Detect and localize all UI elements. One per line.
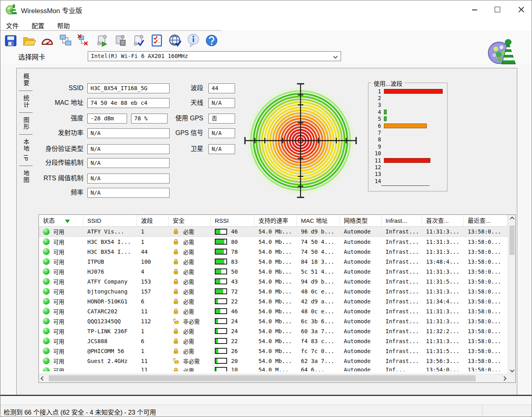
check-log-icon[interactable] [131, 33, 146, 48]
cell-status: 可用 [39, 288, 83, 295]
table-row[interactable]: 可用Guest_2.4GHz11非必需2054.0 Mb...62 3a 7..… [39, 356, 508, 366]
channel-label: 6 [371, 123, 381, 129]
status-text: 检测到 66 个接入点 (62 安全 - 4 未知安全) - 23 个可用 [4, 407, 156, 417]
open-icon[interactable] [22, 33, 36, 48]
field-label: GPS 信号 [148, 128, 203, 138]
cell-status: 可用 [39, 367, 83, 371]
status-bar: 检测到 66 个接入点 (62 安全 - 4 未知安全) - 23 个可用 [0, 405, 532, 417]
channel-row: 14 [371, 178, 445, 184]
rssi-bar-fill [216, 279, 220, 284]
maximize-button[interactable] [487, 0, 508, 19]
web-check-icon[interactable] [168, 33, 182, 48]
menu-config[interactable]: 配置 [26, 19, 50, 32]
menu-file[interactable]: 文件 [0, 19, 24, 32]
network-icon[interactable] [58, 33, 73, 48]
rssi-bar-fill [216, 239, 224, 244]
field-label: 波段 [148, 83, 203, 93]
cell-band: 44 [137, 249, 169, 255]
table-row[interactable]: 可用ATFY Company153必需4354.0 Mb...94 d9 b..… [39, 276, 508, 286]
table-row[interactable]: 可用@PHICOMM_561必需2654.0 Mb...fc 7c 0...Au… [39, 346, 508, 356]
window-title: WirelessMon 专业版 [21, 5, 82, 15]
cell-security: 必需 [169, 337, 211, 345]
cell-rate: 54.0 Mb... [254, 239, 297, 245]
table-row[interactable]: 可用H3C_BX54_I...1必需8054.0 Mb...74 50 4...… [39, 237, 508, 247]
cell-last: 13:58:0... [464, 298, 508, 305]
table-row[interactable]: 可用TP-LINK_236F1必需2454.0 Mb...60 3a 7...A… [39, 326, 508, 336]
cell-infra: Infrast... [382, 308, 422, 315]
field-label: 身份验证类型 [17, 144, 83, 154]
close-button[interactable] [508, 0, 528, 19]
cell-status: 可用 [39, 317, 83, 325]
status-separator [482, 406, 482, 417]
lock-icon [173, 367, 179, 371]
info-icon[interactable] [186, 33, 200, 48]
cell-security: 必需 [169, 228, 211, 236]
column-header-mac[interactable]: MAC 地址 [297, 215, 340, 226]
field-label: 分段传输机制 [17, 158, 83, 168]
cell-status: 可用 [39, 307, 83, 315]
menu-help[interactable]: 帮助 [52, 19, 75, 32]
column-header-band[interactable]: 波段 [137, 215, 169, 226]
adapter-row: 选择网卡 Intel(R) Wi-Fi 6 AX201 160MHz [0, 50, 532, 64]
field-label: 频率 [17, 188, 83, 197]
field-label: 使用 GPS [148, 114, 203, 123]
table-row[interactable]: 可用HONOR-510KG16必需2254.0 Mb...42 d9 a...A… [39, 296, 508, 306]
cell-net: Automode [340, 298, 382, 305]
scroll-left-button[interactable] [39, 375, 46, 382]
table-row[interactable]: 可用QQQ12345QQ112非必需2454.0 Mb...6c 3b 6...… [39, 316, 508, 326]
cell-security: 必需 [169, 367, 211, 371]
vertical-scroll-thumb[interactable] [509, 226, 515, 255]
status-available-icon [43, 367, 50, 372]
table-row[interactable]: 可用HJ0764必需5054.0 Mb...5c 51 4...Automode… [39, 266, 508, 276]
table-row[interactable]: 可用bjtongchuang157必需7254.0 Mb...48 0c e..… [39, 286, 508, 296]
rssi-bar-fill [216, 259, 224, 264]
cell-security: 必需 [169, 258, 211, 266]
field-label: MAC 地址 [17, 98, 83, 108]
cell-first: 11:31:3... [422, 288, 464, 295]
cell-last: 13:58:0... [464, 239, 508, 245]
rssi-bar [215, 298, 227, 304]
cell-status: 可用 [39, 357, 83, 365]
disconnect-icon[interactable] [77, 33, 91, 48]
vertical-scrollbar[interactable] [508, 215, 515, 374]
scroll-right-button[interactable] [500, 375, 508, 382]
column-header-status[interactable]: 状态 [39, 215, 83, 226]
adapter-select[interactable]: Intel(R) Wi-Fi 6 AX201 160MHz [88, 51, 341, 61]
minimize-button[interactable] [464, 0, 485, 19]
help-icon[interactable] [204, 33, 219, 48]
field-label: 天线 [148, 98, 203, 108]
table-row[interactable]: 可用H3C_BX54_I...44必需7854.0 Mb...74 50 4..… [39, 247, 508, 257]
access-point-table: 状态SSID波段安全RSSI支持的速率MAC 地址网络类型Infrast...首… [39, 214, 516, 383]
column-header-last[interactable]: 最近查... [464, 215, 508, 226]
gauge-icon[interactable] [40, 33, 54, 48]
column-header-first[interactable]: 首次查... [422, 215, 464, 226]
table-row[interactable]: 可用CATARC20211必需4654.0 Mb...48 0c e...Aut… [39, 306, 508, 316]
column-header-rssi[interactable]: RSSI [211, 215, 254, 226]
table-row[interactable]: 可用ATFY Vis...1必需4654.0 Mb...96 d9 b...Au… [39, 227, 508, 237]
log-file-icon[interactable] [113, 33, 127, 48]
channel-label: 7 [371, 129, 381, 136]
scroll-up-button[interactable] [508, 215, 516, 222]
cell-first: 11:31:5... [422, 278, 464, 285]
table-row[interactable]: 可用11必需1054.0 M...64 6...AutomodeInf...13… [39, 366, 508, 371]
rssi-bar [215, 308, 227, 314]
cell-ssid: H3C_BX54_I... [83, 239, 137, 245]
table-row[interactable]: 可用JCS8886必需2254.0 Mb...f4 83 c...Automod… [39, 336, 508, 346]
table-row[interactable]: 可用ITPUB100必需8354.0 Mb...84 18 3...Automo… [39, 257, 508, 266]
scroll-down-button[interactable] [508, 366, 516, 374]
column-header-rate[interactable]: 支持的速率 [254, 215, 297, 226]
column-header-net[interactable]: 网络类型 [340, 215, 382, 226]
checklist-icon[interactable] [150, 33, 164, 48]
rssi-bar [215, 358, 227, 364]
horizontal-scroll-thumb[interactable] [49, 375, 476, 381]
cell-net: Automode [340, 228, 382, 235]
start-log-icon[interactable] [95, 33, 109, 48]
save-icon[interactable] [4, 33, 18, 48]
column-header-ssid[interactable]: SSID [83, 215, 137, 226]
column-header-infra[interactable]: Infrast... [382, 215, 422, 226]
horizontal-scrollbar[interactable] [39, 374, 515, 382]
cell-ssid: JCS888 [83, 338, 137, 344]
column-header-security[interactable]: 安全 [169, 215, 211, 226]
cell-rate: 54.0 Mb... [254, 298, 297, 305]
lock-icon [173, 249, 179, 255]
